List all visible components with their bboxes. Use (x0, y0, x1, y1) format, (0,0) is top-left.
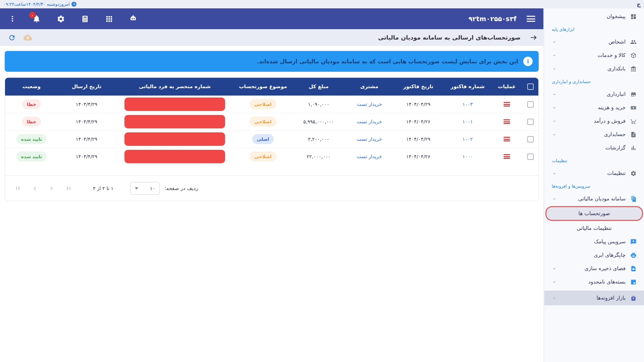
sidebar-item-label: کالا و خدمات (597, 52, 626, 58)
sidebar-item-label: بانکداری (607, 66, 626, 72)
table-header-row: عملیاتشماره فاکتورتاریخ فاکتورمشتریمبلغ … (5, 78, 538, 96)
table-cell (491, 148, 522, 165)
sidebar-item[interactable]: تنظیمات (544, 167, 644, 180)
assistant-robot-icon[interactable] (129, 14, 138, 23)
table-cell: ۵,۹۹۵,۰۰۰,۰۰۰ (291, 113, 346, 130)
sidebar-item[interactable]: گزارشات (544, 141, 644, 155)
invoice-number-link[interactable]: ۱۰۰۲ (462, 136, 473, 142)
last-page-icon[interactable] (65, 185, 72, 192)
sidebar-item[interactable]: بسته‌های نامحدود (544, 275, 644, 289)
back-arrow-icon[interactable] (529, 33, 538, 42)
tax-uid-redacted-block (124, 150, 225, 163)
total-amount: ۵,۹۹۵,۰۰۰,۰۰۰ (303, 119, 334, 124)
table-cell (115, 113, 234, 130)
chevron-down-icon (552, 105, 557, 110)
info-banner: i این بخش برای نمایش لیست صورتحساب هایی … (5, 51, 539, 72)
invoice-date: ۱۴۰۴/۰۴/۲۹ (406, 136, 430, 142)
sidebar-item[interactable]: بانکداری (544, 62, 644, 75)
prev-page-icon[interactable] (31, 185, 39, 192)
calculator-icon[interactable] (80, 14, 89, 23)
chevron-down-icon (552, 266, 557, 271)
customer-link[interactable]: خریدار تست (357, 136, 382, 142)
sidebar-subitem[interactable]: تنظیمات مالیاتی (544, 222, 644, 235)
hamburger-menu-icon[interactable] (527, 16, 535, 22)
customer-link[interactable]: خریدار تست (357, 119, 382, 124)
column-header: تاریخ فاکتور (393, 78, 444, 96)
sidebar-item[interactable]: سامانه مودیان مالیاتی (544, 192, 644, 205)
send-date: ۱۴۰۴/۴/۲۹ (76, 154, 97, 159)
row-actions-menu-icon[interactable] (503, 154, 510, 159)
sidebar-item[interactable]: حسابداری (544, 128, 644, 141)
select-all-checkbox[interactable] (527, 83, 534, 90)
sidebar-item[interactable]: کالا و خدمات (544, 49, 644, 62)
table-cell (522, 113, 538, 130)
refresh-icon[interactable] (7, 33, 16, 42)
rows-per-page-select[interactable]: ۱۰ (130, 182, 160, 195)
sidebar-item[interactable]: اشخاص (544, 35, 644, 49)
invoice-date: ۱۴۰۴/۰۴/۲۹ (406, 102, 430, 107)
row-actions-menu-icon[interactable] (503, 137, 510, 141)
chevron-up-icon (552, 196, 557, 201)
top-strip: امروزدوشنبه ۱۴۰۴/۴/۳۰ساعت۰۹:۲۴ ح (0, 0, 644, 8)
kebab-menu-icon[interactable] (8, 14, 17, 23)
notifications-bell-icon[interactable]: ۰ (32, 14, 41, 23)
invoice-number-link[interactable]: ۱۰۰۱ (462, 119, 473, 124)
sidebar-item[interactable]: انبارداری (544, 87, 644, 101)
chevron-down-icon (552, 66, 557, 71)
row-checkbox[interactable] (527, 119, 534, 125)
first-page-icon[interactable] (14, 185, 22, 192)
table-cell: اصلاحی (234, 96, 291, 113)
sidebar-item[interactable]: فضای ذخیره سازی (544, 262, 644, 275)
customer-link[interactable]: خریدار تست (357, 154, 382, 159)
invoices-card: عملیاتشماره فاکتورتاریخ فاکتورمشتریمبلغ … (5, 77, 539, 201)
row-actions-menu-icon[interactable] (503, 102, 510, 107)
invoice-topic-badge: اصلاحی (250, 99, 276, 109)
row-actions-menu-icon[interactable] (503, 119, 510, 124)
sidebar-item-label: اشخاص (608, 39, 626, 45)
settings-gear-icon[interactable] (56, 14, 65, 23)
sidebar-item[interactable]: فروش و درآمد (544, 114, 644, 128)
tax-uid-redacted-block (124, 115, 225, 128)
table-cell (522, 148, 538, 165)
sidebar-item[interactable]: پیشخوان (544, 10, 644, 23)
invoice-date: ۱۴۰۴/۰۴/۲۶ (406, 119, 430, 124)
row-checkbox[interactable] (527, 136, 534, 142)
table-cell: تایید شده (5, 130, 58, 148)
next-page-icon[interactable] (48, 185, 55, 192)
notification-badge: ۰ (29, 12, 36, 18)
table-cell: خریدار تست (346, 130, 393, 148)
package-icon (630, 279, 637, 285)
store-icon (630, 91, 637, 98)
table-cell: تایید شده (5, 148, 58, 165)
storage-icon (630, 265, 637, 272)
status-badge: خطا (22, 99, 41, 109)
row-checkbox[interactable] (527, 154, 534, 160)
table-body: ۱۰۰۳۱۴۰۴/۰۴/۲۹خریدار تست۱,۰۹۰,۰۰۰اصلاحی۱… (5, 96, 538, 165)
table-cell: خریدار تست (346, 113, 393, 130)
sidebar-item[interactable]: بازار افزونه‌ها (544, 291, 644, 305)
rows-per-page-value: ۱۰ (150, 186, 155, 191)
date-time-label: امروزدوشنبه ۱۴۰۴/۴/۳۰ساعت۰۹:۲۴ (3, 2, 70, 7)
apps-grid-icon[interactable] (105, 14, 113, 23)
invoice-number-link[interactable]: ۱۰۰۳ (462, 102, 473, 107)
row-checkbox[interactable] (527, 101, 534, 108)
table-cell (522, 96, 538, 113)
header-checkbox-cell (522, 78, 538, 96)
invoice-number-link[interactable]: ۱۰۰۰ (462, 154, 473, 159)
sidebar-item[interactable]: خرید و هزینه (544, 101, 644, 114)
tax-uid-redacted-block (124, 98, 225, 111)
pagination-bar: ۱ تا ۴ از ۴ ۱۰ ردیف در صفحه: (5, 175, 538, 201)
info-banner-text: این بخش برای نمایش لیست صورتحساب هایی اس… (257, 58, 518, 65)
sidebar-item-label: بازار افزونه‌ها (596, 295, 626, 301)
table-row: ۱۰۰۱۱۴۰۴/۰۴/۲۶خریدار تست۵,۹۹۵,۰۰۰,۰۰۰اصل… (5, 113, 538, 130)
column-header: مبلغ کل (291, 78, 346, 96)
sidebar-section-header: سرویس‌ها و افزونه‌ها (544, 180, 644, 192)
sidebar-item-label: سامانه مودیان مالیاتی (578, 196, 626, 202)
customer-link[interactable]: خریدار تست (357, 102, 382, 107)
sidebar-item[interactable]: چاپگرهای ابری (544, 248, 644, 262)
invoices-table: عملیاتشماره فاکتورتاریخ فاکتورمشتریمبلغ … (5, 78, 538, 165)
sidebar-section-header: حسابداری و انبارداری (544, 75, 644, 87)
cloud-upload-icon[interactable] (23, 33, 32, 42)
sidebar-subitem-active[interactable]: صورتحساب ها (545, 206, 643, 221)
sidebar-item[interactable]: سرویس پیامک (544, 235, 644, 248)
